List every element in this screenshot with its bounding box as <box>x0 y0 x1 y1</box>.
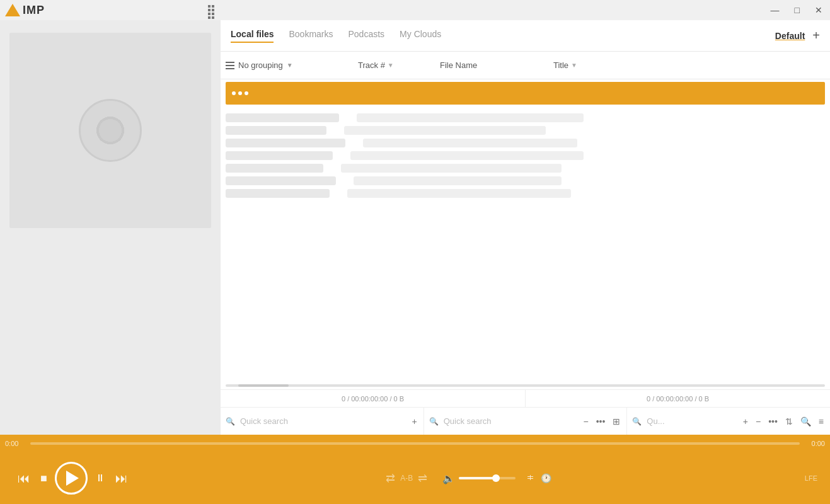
logo-triangle-icon <box>5 4 20 16</box>
time-total: 0:00 <box>805 440 825 447</box>
play-icon <box>66 471 79 486</box>
volume-fill <box>459 477 496 479</box>
minus-button-2[interactable]: − <box>582 415 589 428</box>
list-item[interactable] <box>226 151 825 160</box>
hamburger-icon[interactable] <box>226 62 234 69</box>
titlebar: IMP — □ ✕ <box>0 0 830 20</box>
list-item[interactable] <box>226 164 825 173</box>
sort-button-3[interactable]: ⇅ <box>784 415 794 428</box>
search-add-button-1[interactable]: + <box>410 415 418 428</box>
maximize-button[interactable]: □ <box>792 4 802 16</box>
search-input-3[interactable]: Qu... <box>647 416 736 426</box>
play-button[interactable] <box>55 462 88 495</box>
equalizer-button[interactable]: ⧧ <box>523 470 538 486</box>
list-item[interactable] <box>226 126 825 135</box>
volume-area: 🔈 <box>442 472 516 484</box>
track-label: Track # <box>358 60 385 70</box>
album-art <box>9 33 211 228</box>
status-left: 0 / 00:00:00:00 / 0 B <box>221 390 525 407</box>
title-column-header[interactable]: Title ▼ <box>553 60 825 70</box>
progress-area: 0:00 0:00 <box>0 435 830 452</box>
volume-slider[interactable] <box>459 477 516 479</box>
search-section-3: 🔍 Qu... + − ••• ⇅ 🔍 ≡ <box>626 408 830 435</box>
window-controls: — □ ✕ <box>768 4 825 16</box>
tab-podcasts[interactable]: Podcasts <box>349 29 385 43</box>
search-icon-2: 🔍 <box>429 417 439 426</box>
list-item[interactable] <box>226 176 825 185</box>
tab-local-files[interactable]: Local files <box>231 29 274 43</box>
logo: IMP <box>5 4 45 17</box>
pause-button[interactable]: ⏸ <box>90 472 110 484</box>
add-tab-button[interactable]: + <box>812 28 820 43</box>
search-icon-3: 🔍 <box>632 417 642 426</box>
repeat-button[interactable]: ⇌ <box>415 469 430 488</box>
prev-button[interactable]: ⏮ <box>13 471 35 486</box>
search-button-3[interactable]: 🔍 <box>799 415 812 428</box>
track-column-header[interactable]: Track # ▼ <box>358 60 440 70</box>
default-label: Default <box>775 31 805 41</box>
grouping-dropdown-icon: ▼ <box>287 62 293 69</box>
minimize-button[interactable]: — <box>768 4 782 16</box>
bitrate-label: LFE <box>805 474 817 482</box>
title-filter-icon[interactable]: ▼ <box>571 62 577 69</box>
clock-button[interactable]: 🕐 <box>538 471 554 486</box>
horizontal-scrollbar[interactable] <box>221 382 830 389</box>
stop-button[interactable]: ■ <box>35 472 52 485</box>
search-input-1[interactable]: Quick search <box>240 416 405 426</box>
search-bars: 🔍 Quick search + 🔍 Quick search − ••• ⊞ … <box>221 407 830 435</box>
track-filter-icon[interactable]: ▼ <box>388 62 394 69</box>
title-label: Title <box>553 60 568 70</box>
list-item[interactable] <box>226 189 825 198</box>
grid-dots-icon[interactable] <box>208 5 217 14</box>
active-dot <box>245 91 248 95</box>
search-input-2[interactable]: Quick search <box>444 416 577 426</box>
list-item[interactable] <box>226 113 825 122</box>
scrollbar-thumb[interactable] <box>238 384 289 387</box>
ab-button[interactable]: A-B <box>398 471 415 485</box>
right-panel: Local files Bookmarks Podcasts My Clouds… <box>221 20 830 435</box>
search-section-2: 🔍 Quick search − ••• ⊞ <box>424 408 627 435</box>
time-elapsed: 0:00 <box>5 440 25 447</box>
add-button-3[interactable]: + <box>742 415 749 428</box>
progress-track[interactable] <box>30 442 800 445</box>
shuffle-button[interactable]: ⇄ <box>383 469 398 488</box>
tab-bookmarks[interactable]: Bookmarks <box>289 29 333 43</box>
filename-label: File Name <box>440 60 477 70</box>
tabs-right: Default + <box>775 28 820 43</box>
active-track-row[interactable] <box>226 82 825 105</box>
grouping-selector[interactable]: No grouping ▼ <box>226 60 358 70</box>
grouping-label: No grouping <box>238 60 283 70</box>
volume-button[interactable]: 🔈 <box>442 472 455 484</box>
tab-bar: Local files Bookmarks Podcasts My Clouds… <box>221 20 830 52</box>
status-bars: 0 / 00:00:00:00 / 0 B 0 / 00:00:00:00 / … <box>221 389 830 407</box>
transport-bar: 0:00 0:00 ⏮ ■ ⏸ ⏭ ⇄ A-B ⇌ 🔈 ⧧ 🕐 LFE <box>0 435 830 504</box>
grid-button-2[interactable]: ⊞ <box>611 415 621 428</box>
scrollbar-track <box>226 384 825 387</box>
left-panel <box>0 20 221 435</box>
list-item[interactable] <box>226 139 825 147</box>
column-headers: No grouping ▼ Track # ▼ File Name Title … <box>221 52 830 79</box>
menu-button-3[interactable]: ≡ <box>817 415 825 428</box>
tab-my-clouds[interactable]: My Clouds <box>400 29 441 43</box>
more-button-3[interactable]: ••• <box>767 415 779 428</box>
next-button[interactable]: ⏭ <box>110 471 133 486</box>
volume-thumb[interactable] <box>492 474 500 482</box>
search-section-1: 🔍 Quick search + <box>221 408 424 435</box>
more-button-2[interactable]: ••• <box>595 415 607 428</box>
filename-column-header[interactable]: File Name <box>440 60 553 70</box>
disc-icon <box>79 99 142 162</box>
search-icon-1: 🔍 <box>226 417 235 426</box>
controls-row: ⏮ ■ ⏸ ⏭ ⇄ A-B ⇌ 🔈 ⧧ 🕐 LFE <box>0 452 830 504</box>
active-dot <box>232 91 236 95</box>
minus-button-3[interactable]: − <box>754 415 762 428</box>
status-right: 0 / 00:00:00:00 / 0 B <box>525 390 830 407</box>
close-button[interactable]: ✕ <box>812 4 825 16</box>
active-dot <box>238 91 242 95</box>
playlist-area[interactable] <box>221 107 830 382</box>
logo-text: IMP <box>23 4 45 17</box>
